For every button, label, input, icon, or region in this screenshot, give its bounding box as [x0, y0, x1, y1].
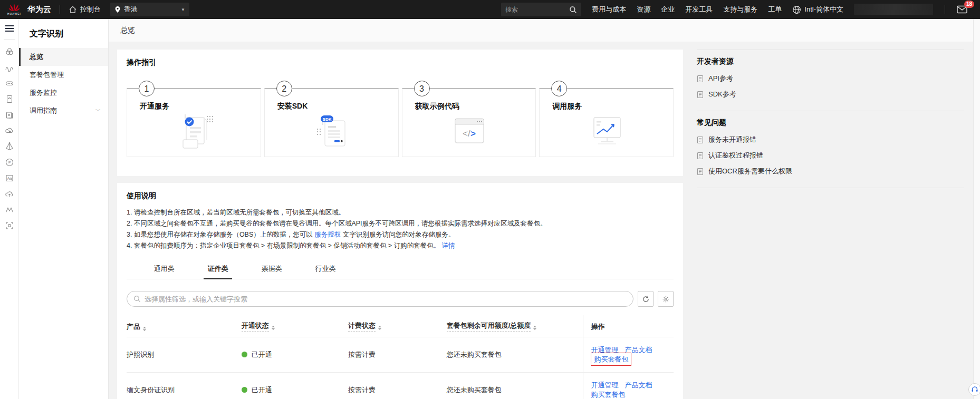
settings-button[interactable]: [658, 291, 674, 307]
row-actions: 开通管理产品文档购买套餐包: [583, 373, 674, 399]
buy-package-link[interactable]: 购买套餐包: [591, 391, 625, 398]
huawei-logo[interactable]: HUAWEI: [5, 4, 23, 15]
step-get-sample-code: 3 获取示例代码 </: [402, 89, 536, 157]
nav-billing[interactable]: 费用与成本: [592, 5, 626, 14]
sort-icon[interactable]: [143, 327, 146, 331]
language-selector[interactable]: Intl-简体中文: [792, 5, 843, 14]
rail-divider: [4, 39, 15, 40]
tab-certificates[interactable]: 证件类: [203, 264, 233, 279]
status-dot-green: [242, 387, 247, 393]
header-billing-status[interactable]: 计费状态: [348, 315, 447, 337]
document-icon: [697, 168, 704, 176]
product-doc-link[interactable]: 产品文档: [624, 381, 652, 389]
nav-resources[interactable]: 资源: [637, 5, 650, 14]
chevron-down-icon: ﹀: [95, 102, 101, 120]
sort-icon[interactable]: [272, 326, 275, 330]
service-sidenav: 文字识别 总览 套餐包管理 服务监控 调用指南 ﹀: [19, 19, 109, 399]
browser-code-illustration: </ >: [402, 112, 536, 150]
panel-divider: [697, 188, 964, 188]
refresh-icon: [642, 295, 650, 303]
prism-icon[interactable]: [2, 139, 17, 154]
sort-icon[interactable]: [378, 326, 381, 330]
console-link[interactable]: 控制台: [69, 5, 101, 14]
tab-general[interactable]: 通用类: [149, 264, 179, 279]
waves-icon[interactable]: [2, 60, 17, 75]
details-link[interactable]: 详情: [442, 242, 455, 249]
refresh-button[interactable]: [638, 291, 654, 307]
sidebar-item-call-guide[interactable]: 调用指南 ﹀: [19, 102, 108, 120]
header-open-status[interactable]: 开通状态: [242, 315, 348, 337]
right-edge-strip: [973, 19, 980, 399]
header-package-quota[interactable]: 套餐包剩余可用额度/总额度: [447, 315, 583, 337]
svg-text:</: </: [463, 129, 470, 139]
hamburger-menu-icon[interactable]: [5, 25, 14, 32]
open-status: 已开通: [242, 373, 348, 399]
tab-industry[interactable]: 行业类: [310, 264, 341, 279]
huawei-logo-text: HUAWEI: [7, 12, 21, 15]
usage-list: 1. 请检查控制台所在区域，若当前区域无所需套餐包，可切换至其他区域。 2. 不…: [127, 207, 674, 251]
link-api-reference[interactable]: API参考: [697, 71, 964, 86]
global-search-input[interactable]: [505, 6, 569, 13]
global-search[interactable]: [501, 3, 581, 16]
messages-button[interactable]: 18: [957, 5, 967, 14]
step-open-service: 1 开通服务: [127, 89, 261, 157]
nav-enterprise[interactable]: 企业: [661, 5, 675, 14]
link-auth-error[interactable]: 认证鉴权过程报错: [697, 148, 964, 163]
message-count-badge: 18: [964, 1, 974, 8]
nav-support[interactable]: 支持与服务: [723, 5, 757, 14]
peaks-icon[interactable]: [2, 202, 17, 218]
link-sdk-reference[interactable]: SDK参考: [697, 86, 964, 102]
scan-frame-icon[interactable]: [2, 218, 17, 233]
brand-name[interactable]: 华为云: [27, 5, 51, 15]
gear-icon: [662, 295, 670, 303]
image-text-recognition-icon[interactable]: A: [2, 170, 17, 186]
sidebar-item-package-management[interactable]: 套餐包管理: [19, 66, 108, 84]
nav-ticket[interactable]: 工单: [768, 5, 782, 14]
svg-text:SDK: SDK: [323, 117, 332, 122]
category-tabs: 通用类 证件类 票据类 行业类: [127, 264, 674, 279]
buy-package-link[interactable]: 购买套餐包: [594, 355, 628, 363]
attribute-filter[interactable]: [127, 291, 633, 307]
customer-service-button[interactable]: [968, 383, 980, 396]
venn-circles-icon[interactable]: [2, 44, 17, 60]
language-label: Intl-简体中文: [804, 5, 843, 14]
tab-receipts[interactable]: 票据类: [256, 264, 287, 279]
document-check-illustration: [127, 112, 261, 150]
service-authorization-link[interactable]: 服务授权: [314, 231, 341, 238]
package-quota: 您还未购买套餐包: [447, 373, 583, 399]
sidebar-item-service-monitoring[interactable]: 服务监控: [19, 84, 108, 102]
open-manage-link[interactable]: 开通管理: [591, 381, 618, 389]
ip-circle-icon[interactable]: IP: [2, 154, 17, 170]
headset-icon: [971, 386, 978, 393]
package-quota: 您还未购买套餐包: [447, 337, 583, 373]
step-call-service: 4 调用服务: [539, 89, 674, 157]
region-selector[interactable]: 香港 ▼: [110, 3, 189, 16]
search-icon: [569, 6, 577, 14]
service-icon-rail: IP A: [0, 19, 19, 399]
main-content: ‹ 总览 操作指引 1 开通服务: [109, 19, 980, 399]
header-product[interactable]: 产品: [127, 315, 242, 337]
account-name-redacted[interactable]: [854, 4, 933, 15]
copy-documents-icon[interactable]: [2, 107, 17, 123]
monitor-chart-illustration: [540, 112, 673, 150]
nav-devtools[interactable]: 开发工具: [685, 5, 713, 14]
attribute-filter-input[interactable]: [145, 295, 627, 303]
search-icon: [133, 295, 141, 303]
sidebar-item-overview[interactable]: 总览: [19, 48, 108, 66]
step-number: 1: [139, 81, 155, 96]
sort-icon[interactable]: [533, 326, 536, 330]
step-install-sdk: 2 安装SDK: [264, 89, 399, 157]
notebook-icon[interactable]: [2, 91, 17, 107]
link-service-not-opened-error[interactable]: 服务未开通报错: [697, 132, 964, 148]
operation-guide-card: 操作指引 1 开通服务: [117, 50, 683, 176]
cloud-upload-icon[interactable]: [2, 186, 17, 202]
svg-text:IP: IP: [8, 161, 11, 164]
product-table: 产品 开通状态 计费状态 套餐包剩余可用额度/总额度: [127, 315, 674, 399]
cloud-server-icon[interactable]: [2, 75, 17, 91]
chevron-down-icon: ▼: [181, 7, 185, 12]
svg-text:A: A: [7, 177, 9, 180]
link-ocr-permissions[interactable]: 使用OCR服务需要什么权限: [697, 163, 964, 179]
region-value: 香港: [124, 5, 138, 14]
usage-notes-card: 使用说明 1. 请检查控制台所在区域，若当前区域无所需套餐包，可切换至其他区域。…: [117, 183, 683, 399]
cloud-pointer-icon[interactable]: [2, 123, 17, 139]
